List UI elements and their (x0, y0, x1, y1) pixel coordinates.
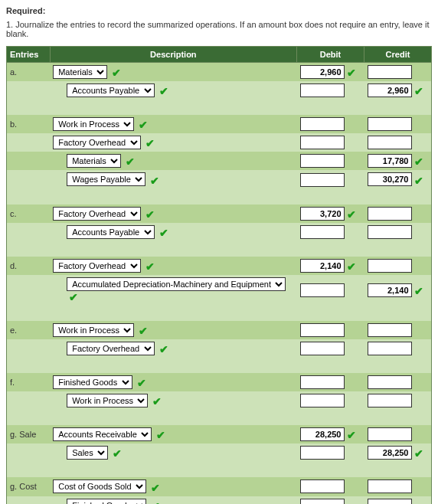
credit-input[interactable] (368, 342, 412, 355)
account-select[interactable]: Accounts Receivable (53, 427, 152, 441)
check-icon: ✔ (145, 208, 155, 221)
account-select[interactable]: Materials (53, 65, 107, 79)
credit-input[interactable] (368, 136, 412, 149)
check-icon: ✔ (347, 67, 356, 79)
debit-input[interactable] (300, 207, 345, 221)
check-icon: ✔ (159, 227, 168, 239)
header-credit: Credit (364, 47, 432, 63)
account-select[interactable]: Finished Goods (53, 375, 132, 389)
credit-input[interactable] (368, 479, 412, 493)
check-icon: ✔ (347, 208, 356, 221)
check-icon: ✔ (159, 343, 168, 355)
credit-input[interactable] (368, 446, 412, 460)
check-icon: ✔ (151, 482, 160, 494)
account-select[interactable]: Accounts Payable (67, 225, 155, 239)
entry-label-g-cost: g. Cost (7, 477, 51, 496)
journal-table: Entries Description Debit Credit a. Mate… (6, 46, 432, 504)
debit-input[interactable] (300, 173, 345, 187)
entry-label-d: d. (7, 257, 51, 275)
debit-input[interactable] (300, 323, 345, 337)
credit-input[interactable] (368, 117, 412, 131)
account-select[interactable]: Materials (67, 154, 121, 168)
credit-input[interactable] (368, 394, 412, 407)
entry-label-g-sale: g. Sale (7, 425, 51, 443)
header-entries: Entries (7, 47, 51, 63)
debit-input[interactable] (300, 283, 345, 297)
debit-input[interactable] (300, 446, 345, 460)
debit-input[interactable] (300, 117, 345, 131)
debit-input[interactable] (300, 65, 345, 79)
credit-input[interactable] (368, 83, 412, 97)
check-icon: ✔ (414, 155, 423, 168)
check-icon: ✔ (112, 67, 121, 79)
debit-input[interactable] (300, 375, 345, 389)
check-icon: ✔ (414, 175, 423, 187)
credit-input[interactable] (368, 225, 412, 239)
check-icon: ✔ (139, 325, 148, 337)
check-icon: ✔ (145, 260, 155, 273)
account-select[interactable]: Finished Goods (67, 499, 146, 505)
check-icon: ✔ (150, 175, 159, 187)
credit-input[interactable] (368, 375, 412, 389)
debit-input[interactable] (300, 136, 345, 149)
account-select[interactable]: Factory Overhead (53, 136, 141, 149)
entry-label-a: a. (7, 63, 51, 82)
account-select[interactable]: Wages Payable (67, 172, 145, 186)
instruction-text: 1. Journalize the entries to record the … (6, 20, 432, 38)
check-icon: ✔ (151, 500, 160, 504)
debit-input[interactable] (300, 342, 345, 355)
credit-input[interactable] (368, 283, 412, 297)
header-debit: Debit (297, 47, 364, 63)
entry-label-e: e. (7, 321, 51, 339)
entry-label-b: b. (7, 115, 51, 133)
check-icon: ✔ (347, 260, 356, 273)
debit-input[interactable] (300, 427, 345, 441)
debit-input[interactable] (300, 479, 345, 493)
account-select[interactable]: Sales (67, 446, 108, 460)
credit-input[interactable] (368, 172, 412, 186)
check-icon: ✔ (145, 137, 155, 149)
credit-input[interactable] (368, 499, 412, 504)
check-icon: ✔ (347, 429, 356, 441)
required-label: Required: (6, 6, 432, 15)
credit-input[interactable] (368, 65, 412, 79)
account-select[interactable]: Cost of Goods Sold (53, 479, 146, 493)
check-icon: ✔ (137, 377, 146, 389)
account-select[interactable]: Work in Process (67, 394, 148, 407)
header-description: Description (50, 47, 296, 63)
account-select[interactable]: Accumulated Depreciation-Machinery and E… (67, 277, 286, 291)
debit-input[interactable] (300, 225, 345, 239)
credit-input[interactable] (368, 427, 412, 441)
debit-input[interactable] (300, 499, 345, 504)
credit-input[interactable] (368, 323, 412, 337)
account-select[interactable]: Factory Overhead (53, 259, 141, 273)
debit-input[interactable] (300, 83, 345, 97)
check-icon: ✔ (414, 447, 423, 460)
check-icon: ✔ (69, 291, 78, 303)
check-icon: ✔ (152, 395, 162, 407)
account-select[interactable]: Factory Overhead (67, 342, 155, 355)
credit-input[interactable] (368, 259, 412, 273)
check-icon: ✔ (139, 119, 148, 131)
account-select[interactable]: Work in Process (53, 323, 134, 337)
account-select[interactable]: Work in Process (53, 117, 134, 131)
check-icon: ✔ (414, 85, 423, 97)
account-select[interactable]: Factory Overhead (53, 207, 141, 221)
check-icon: ✔ (113, 447, 122, 460)
check-icon: ✔ (414, 285, 423, 297)
credit-input[interactable] (368, 154, 412, 168)
entry-label-c: c. (7, 205, 51, 223)
credit-input[interactable] (368, 207, 412, 221)
debit-input[interactable] (300, 259, 345, 273)
debit-input[interactable] (300, 154, 345, 168)
entry-label-f: f. (7, 373, 51, 391)
debit-input[interactable] (300, 394, 345, 407)
check-icon: ✔ (159, 85, 168, 97)
account-select[interactable]: Accounts Payable (67, 83, 155, 97)
check-icon: ✔ (156, 429, 165, 441)
check-icon: ✔ (126, 155, 135, 168)
